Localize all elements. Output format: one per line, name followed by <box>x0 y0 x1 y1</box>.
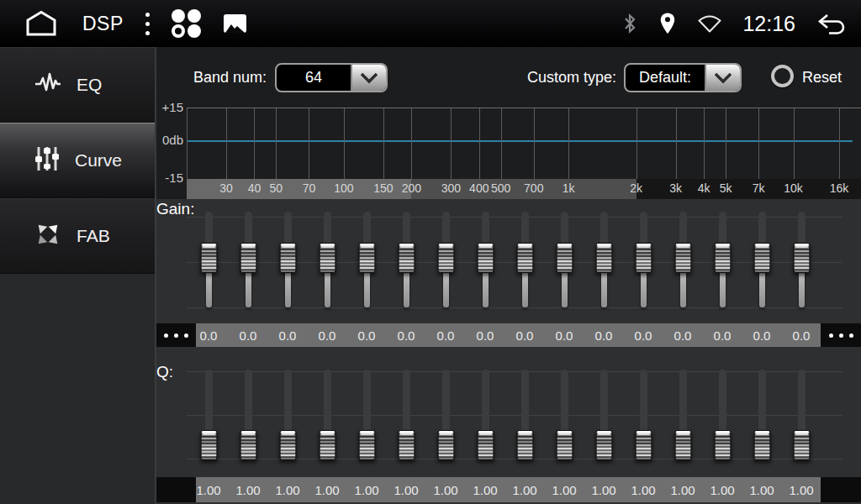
scroll-right-button[interactable] <box>821 477 861 502</box>
grid-vline <box>309 108 309 180</box>
location-icon[interactable] <box>658 12 677 35</box>
sidebar-item-label: FAB <box>77 226 110 246</box>
bluetooth-icon[interactable] <box>621 12 638 35</box>
q-knob[interactable] <box>240 430 256 460</box>
gain-slider[interactable] <box>545 212 584 307</box>
gain-slider[interactable] <box>387 212 426 307</box>
q-slider[interactable] <box>505 370 545 462</box>
q-knob[interactable] <box>635 430 652 460</box>
q-knob[interactable] <box>200 430 217 460</box>
q-knob[interactable] <box>516 430 533 460</box>
q-knob[interactable] <box>437 430 454 460</box>
gain-slider[interactable] <box>347 212 387 307</box>
gain-knob[interactable] <box>398 243 415 273</box>
q-slider[interactable] <box>545 370 584 462</box>
q-knob[interactable] <box>279 430 296 460</box>
freq-tick-label: 4k <box>698 181 710 195</box>
back-icon[interactable] <box>816 12 848 35</box>
sidebar-item-eq[interactable]: EQ <box>0 47 155 123</box>
q-slider[interactable] <box>347 370 387 462</box>
sidebar-item-curve[interactable]: Curve <box>0 123 155 198</box>
gain-knob[interactable] <box>714 243 731 273</box>
q-slider[interactable] <box>703 370 742 462</box>
q-slider[interactable] <box>189 370 229 462</box>
sidebar-item-fab[interactable]: FAB <box>0 198 155 274</box>
grid-vline <box>187 108 188 180</box>
q-slider[interactable] <box>624 370 663 462</box>
apps-clover-icon[interactable] <box>172 8 202 39</box>
gain-knob[interactable] <box>358 243 375 273</box>
freq-tick-label: 3k <box>669 181 682 195</box>
q-knob[interactable] <box>319 430 335 460</box>
q-knob[interactable] <box>674 430 691 460</box>
q-value: 1.00 <box>631 483 655 497</box>
waveform-icon <box>34 71 62 99</box>
q-slider[interactable] <box>268 370 308 462</box>
q-slider[interactable] <box>387 370 426 462</box>
q-slider[interactable] <box>782 370 821 462</box>
gain-slider[interactable] <box>308 212 347 307</box>
q-slider[interactable] <box>229 370 268 462</box>
q-slider[interactable] <box>466 370 505 462</box>
q-knob[interactable] <box>714 430 731 460</box>
gain-slider[interactable] <box>268 212 308 307</box>
gain-slider[interactable] <box>466 212 505 307</box>
gain-knob[interactable] <box>240 243 256 273</box>
custom-type-select[interactable]: Default: <box>624 63 742 92</box>
gain-slider[interactable] <box>742 212 782 307</box>
gain-slider[interactable] <box>584 212 624 307</box>
gain-slider[interactable] <box>663 212 703 307</box>
q-value: 1.00 <box>512 483 536 497</box>
q-slider[interactable] <box>308 370 347 462</box>
gain-slider[interactable] <box>505 212 545 307</box>
gain-slider[interactable] <box>229 212 268 307</box>
scroll-left-button[interactable] <box>156 323 196 347</box>
gallery-icon[interactable] <box>224 14 246 33</box>
gain-slider[interactable] <box>624 212 663 307</box>
page-title: DSP <box>82 13 124 35</box>
gain-value: 0.0 <box>674 328 692 343</box>
gain-slider[interactable] <box>189 212 229 307</box>
q-value: 1.00 <box>354 483 378 497</box>
gain-knob[interactable] <box>635 243 652 273</box>
gain-knob[interactable] <box>279 243 296 273</box>
gain-slider[interactable] <box>703 212 742 307</box>
q-knob[interactable] <box>595 430 612 460</box>
gain-knob[interactable] <box>753 243 770 273</box>
grid-vline <box>758 108 759 180</box>
gain-value: 0.0 <box>516 328 534 343</box>
gain-knob[interactable] <box>674 243 691 273</box>
scroll-right-button[interactable] <box>821 323 861 347</box>
freq-tick-label: 300 <box>441 181 461 195</box>
gain-slider[interactable] <box>782 212 821 307</box>
q-slider[interactable] <box>663 370 703 462</box>
q-value: 1.00 <box>275 483 299 497</box>
gain-knob[interactable] <box>477 243 494 273</box>
q-slider[interactable] <box>584 370 624 462</box>
gain-knob[interactable] <box>437 243 454 273</box>
q-knob[interactable] <box>793 430 810 460</box>
gain-slider[interactable] <box>426 212 466 307</box>
scroll-left-button[interactable] <box>156 477 196 502</box>
gain-knob[interactable] <box>595 243 612 273</box>
reset-button[interactable] <box>771 65 794 87</box>
frequency-axis[interactable]: 304050701001502003004005007001k2k3k4k5k7… <box>187 179 861 199</box>
home-icon[interactable] <box>22 8 61 39</box>
gain-knob[interactable] <box>319 243 335 273</box>
band-num-select[interactable]: 64 <box>275 63 388 92</box>
gain-knob[interactable] <box>793 243 810 273</box>
gain-knob[interactable] <box>556 243 573 273</box>
q-knob[interactable] <box>556 430 573 460</box>
q-knob[interactable] <box>398 430 415 460</box>
q-knob[interactable] <box>753 430 770 460</box>
q-slider[interactable] <box>426 370 466 462</box>
freq-tick-label: 5k <box>720 181 732 195</box>
q-slider[interactable] <box>742 370 782 462</box>
q-knob[interactable] <box>358 430 375 460</box>
wifi-icon[interactable] <box>697 13 722 34</box>
gain-knob[interactable] <box>200 243 217 273</box>
q-knob[interactable] <box>477 430 494 460</box>
overflow-menu-icon[interactable] <box>145 13 150 35</box>
gain-knob[interactable] <box>516 243 533 273</box>
y-axis-label: +15 <box>156 100 183 114</box>
